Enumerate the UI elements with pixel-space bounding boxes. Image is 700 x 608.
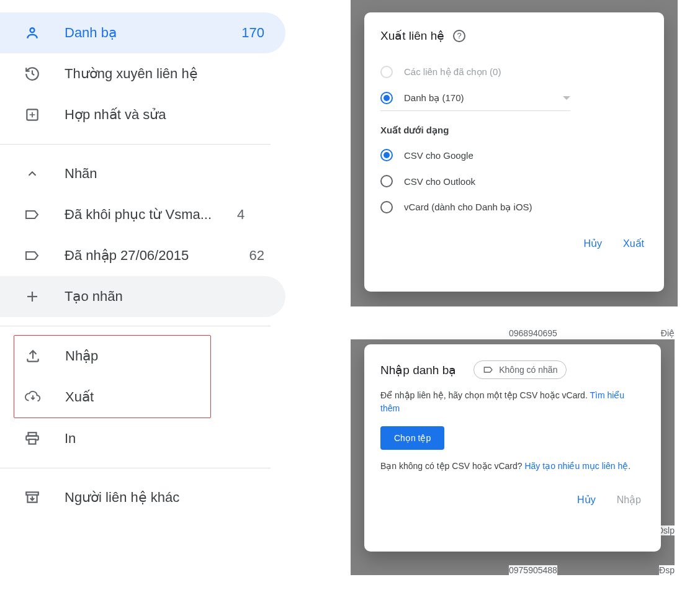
- sparkle-box-icon: [24, 106, 41, 123]
- create-label-text: Tạo nhãn: [65, 288, 264, 305]
- export-label: Xuất: [65, 389, 189, 405]
- import-instruction: Để nhập liên hệ, hãy chọn một tệp CSV ho…: [380, 389, 645, 415]
- sidebar-item-import[interactable]: Nhập: [14, 336, 210, 377]
- sidebar-item-print[interactable]: In: [0, 418, 285, 459]
- radio-icon: [380, 66, 393, 78]
- export-format-header: Xuất dưới dạng: [380, 125, 648, 136]
- plus-icon: [24, 288, 41, 305]
- chevron-down-icon: [563, 96, 570, 100]
- export-confirm-button[interactable]: Xuất: [623, 238, 644, 249]
- sidebar-item-label: Danh bạ: [65, 25, 236, 41]
- other-contacts-label: Người liên hệ khác: [65, 490, 264, 506]
- radio-icon: [380, 175, 393, 187]
- sidebar-labels-header[interactable]: Nhãn: [0, 153, 285, 194]
- upload-icon: [24, 347, 42, 365]
- label-icon: [24, 247, 41, 264]
- sidebar: Danh bạ 170 Thường xuyên liên hệ Hợp nhấ…: [0, 12, 285, 518]
- no-label-text: Không có nhãn: [499, 365, 557, 375]
- format-label: CSV cho Outlook: [404, 176, 475, 187]
- divider: [0, 468, 271, 468]
- radio-icon: [380, 149, 393, 161]
- contacts-count: 170: [241, 25, 264, 41]
- format-label: vCard (dành cho Danh bạ iOS): [404, 202, 532, 213]
- label-count: 62: [249, 248, 264, 264]
- option-label: Các liên hệ đã chọn (0): [404, 66, 501, 78]
- label-name: Đã khôi phục từ Vsma...: [65, 207, 232, 223]
- import-export-highlight: Nhập Xuất: [14, 335, 211, 418]
- bg-text-side: Đsp: [659, 565, 675, 575]
- sidebar-create-label[interactable]: Tạo nhãn: [0, 276, 285, 317]
- export-dialog-title: Xuất liên hệ: [380, 29, 444, 43]
- svg-rect-7: [26, 492, 38, 494]
- sidebar-item-frequent[interactable]: Thường xuyên liên hệ: [0, 53, 285, 94]
- label-icon: [24, 206, 41, 223]
- create-many-link[interactable]: Hãy tạo nhiều mục liên hệ: [524, 461, 628, 471]
- export-option-selected-contacts: Các liên hệ đã chọn (0): [380, 59, 648, 85]
- import-dialog-title: Nhập danh bạ: [380, 363, 456, 377]
- export-format-google-csv[interactable]: CSV cho Google: [380, 142, 648, 168]
- sidebar-item-other-contacts[interactable]: Người liên hệ khác: [0, 477, 285, 518]
- import-cancel-button[interactable]: Hủy: [577, 494, 596, 506]
- export-dialog: Xuất liên hệ ? Các liên hệ đã chọn (0) D…: [364, 12, 664, 292]
- no-label-chip[interactable]: Không có nhãn: [473, 360, 567, 379]
- radio-icon: [380, 92, 393, 104]
- export-panel-background: Xuất liên hệ ? Các liên hệ đã chọn (0) D…: [351, 0, 678, 306]
- option-label: Danh bạ (170): [404, 92, 464, 104]
- radio-icon: [380, 201, 393, 213]
- import-no-file: Bạn không có tệp CSV hoặc vCard? Hãy tạo…: [380, 460, 645, 473]
- import-panel-background: 0968940695 Điệ Dslp Đsp 0975905488 Nhập …: [351, 328, 675, 575]
- sidebar-item-export[interactable]: Xuất: [14, 377, 210, 418]
- divider: [0, 144, 271, 145]
- format-label: CSV cho Google: [404, 150, 473, 161]
- person-icon: [24, 24, 41, 42]
- sidebar-item-merge-fix[interactable]: Hợp nhất và sửa: [0, 94, 285, 135]
- bg-phone-number: 0975905488: [509, 565, 557, 575]
- import-dialog: Nhập danh bạ Không có nhãn Để nhập liên …: [364, 344, 661, 552]
- export-format-outlook-csv[interactable]: CSV cho Outlook: [380, 168, 648, 194]
- bg-text-right: Điệ: [661, 328, 675, 338]
- export-option-contacts-dropdown[interactable]: Danh bạ (170): [380, 85, 570, 111]
- help-icon[interactable]: ?: [453, 30, 465, 42]
- sidebar-item-contacts[interactable]: Danh bạ 170: [0, 12, 285, 53]
- sidebar-item-label: Thường xuyên liên hệ: [65, 66, 264, 82]
- sidebar-label-item-1[interactable]: Đã khôi phục từ Vsma... 4: [0, 194, 285, 235]
- svg-point-0: [30, 28, 35, 32]
- print-label: In: [65, 431, 264, 447]
- labels-header-label: Nhãn: [65, 166, 264, 182]
- print-icon: [24, 430, 41, 447]
- bg-phone-number: 0968940695: [351, 328, 675, 339]
- export-cancel-button[interactable]: Hủy: [583, 238, 602, 249]
- label-name: Đã nhập 27/06/2015: [65, 248, 245, 264]
- label-count: 4: [237, 207, 245, 223]
- svg-rect-6: [29, 439, 36, 444]
- divider: [0, 326, 271, 326]
- history-icon: [24, 65, 41, 83]
- choose-file-button[interactable]: Chọn tệp: [380, 426, 444, 450]
- archive-icon: [24, 489, 41, 506]
- cloud-download-icon: [24, 388, 42, 406]
- chevron-up-icon: [24, 165, 41, 182]
- import-confirm-button: Nhập: [617, 494, 641, 506]
- sidebar-label-item-2[interactable]: Đã nhập 27/06/2015 62: [0, 235, 285, 276]
- import-label: Nhập: [65, 348, 189, 364]
- sidebar-item-label: Hợp nhất và sửa: [65, 107, 264, 123]
- export-format-vcard[interactable]: vCard (dành cho Danh bạ iOS): [380, 194, 648, 220]
